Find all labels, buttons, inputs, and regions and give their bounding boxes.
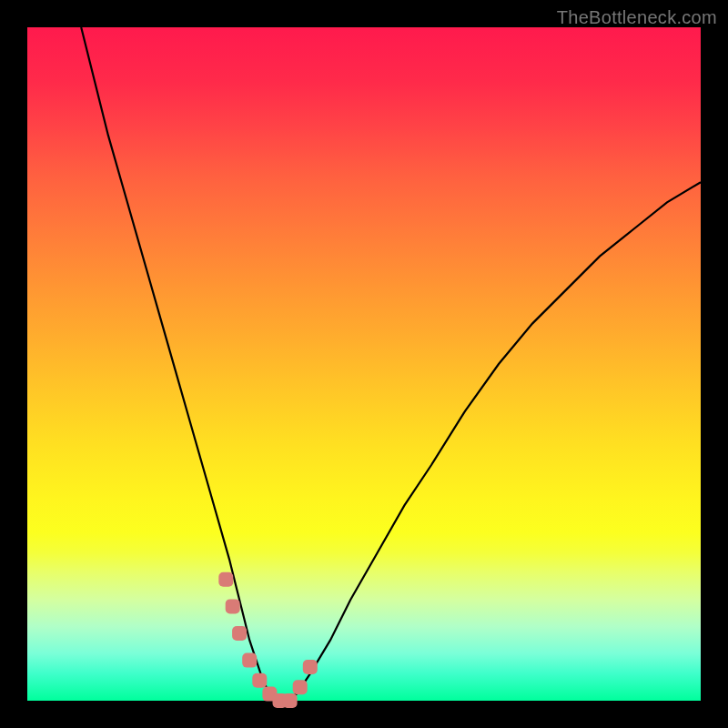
curve-markers — [218, 572, 317, 708]
curve-marker — [226, 599, 240, 613]
chart-plot-area — [27, 27, 701, 701]
curve-marker — [218, 572, 233, 587]
chart-svg — [27, 27, 701, 701]
bottleneck-curve — [81, 27, 701, 701]
curve-marker — [242, 653, 257, 668]
watermark-text: TheBottleneck.com — [557, 7, 717, 28]
curve-marker — [252, 673, 267, 688]
curve-marker — [283, 693, 298, 708]
curve-marker — [303, 660, 318, 674]
curve-marker — [232, 626, 247, 641]
curve-marker — [293, 680, 308, 694]
